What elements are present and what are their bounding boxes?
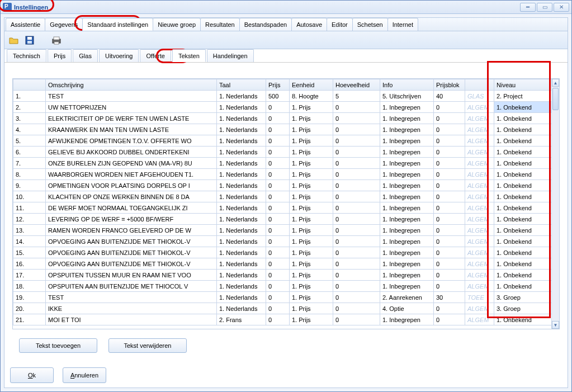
cell[interactable]: 19. [13,292,46,303]
cell[interactable]: 1. Nederlands [217,91,266,102]
sub-tab-handelingen[interactable]: Handelingen [207,49,254,62]
cell[interactable]: 0 [434,314,465,325]
cell[interactable]: IKKE [46,303,217,314]
cell[interactable]: 0 [266,180,290,191]
cell[interactable]: 1. Inbegrepen [380,214,434,225]
cell[interactable]: 1. Inbegrepen [380,314,434,325]
data-grid[interactable]: OmschrijvingTaalPrijsEenheidHoeveelheidI… [12,78,560,329]
cell[interactable]: ALGEM [465,214,494,225]
cell[interactable]: ALGEM [465,102,494,113]
main-tab-gegevens[interactable]: Gegevens [45,18,83,31]
cell[interactable]: 0 [266,225,290,236]
cell[interactable]: ALGEM [465,258,494,270]
cell[interactable]: 1. Onbekend [494,202,552,214]
cell[interactable]: 0 [266,303,290,314]
cell[interactable]: OPMETINGEN VOOR PLAATSING DORPELS OP I [46,180,217,191]
cell[interactable]: ALGEM [465,191,494,202]
main-tab-standaard-instellingen[interactable]: Standaard instellingen [82,18,153,31]
cell[interactable]: 1. Prijs [290,236,333,247]
column-header-prijsblok[interactable]: Prijsblok [434,79,465,91]
cell[interactable]: 1. Inbegrepen [380,102,434,113]
cell[interactable]: 1. Onbekend [494,124,552,135]
table-row[interactable]: 21.MOI ET TOI2. Frans01. Prijs01. Inbegr… [13,314,559,325]
cell[interactable]: 0 [333,258,380,270]
cell[interactable]: TEST [46,91,217,102]
column-header-info[interactable]: Info [380,79,434,91]
cell[interactable]: 0 [266,281,290,292]
cell[interactable]: 1. Onbekend [494,113,552,124]
cell[interactable]: 0 [434,214,465,225]
cell[interactable]: 5. Uitschrijven [380,91,434,102]
table-row[interactable]: 15.OPVOEGING AAN BUITENZIJDE MET THIOKOL… [13,247,559,258]
cell[interactable]: 1. Prijs [290,135,333,147]
cell[interactable]: 1. Inbegrepen [380,270,434,281]
cell[interactable]: 1. Onbekend [494,314,552,325]
table-row[interactable]: 20.IKKE1. Nederlands01. Prijs04. Optie0A… [13,303,559,314]
print-button[interactable] [50,34,63,46]
cell[interactable]: 1. Nederlands [217,292,266,303]
cell[interactable]: 1. Prijs [290,292,333,303]
cell[interactable]: 1. Prijs [290,180,333,191]
cell[interactable]: 1. Nederlands [217,169,266,180]
cell[interactable]: 11. [13,202,46,214]
cell[interactable]: 0 [434,247,465,258]
cell[interactable]: 14. [13,236,46,247]
cell[interactable]: 0 [266,169,290,180]
cell[interactable]: 3. [13,113,46,124]
cell[interactable]: 1. Prijs [290,102,333,113]
cell[interactable]: 0 [333,169,380,180]
column-header-hoeveelheid[interactable]: Hoeveelheid [333,79,380,91]
cell[interactable]: 1. Onbekend [494,135,552,147]
cell[interactable]: 0 [266,113,290,124]
cell[interactable]: 1. Prijs [290,214,333,225]
sub-tab-technisch[interactable]: Technisch [7,49,46,62]
cell[interactable]: 1. Prijs [290,113,333,124]
cell[interactable]: ALGEM [465,281,494,292]
cell[interactable]: 1. Onbekend [494,169,552,180]
cell[interactable]: 0 [333,247,380,258]
cell[interactable]: 0 [333,281,380,292]
cell[interactable]: 0 [266,258,290,270]
cell[interactable]: 1. Inbegrepen [380,258,434,270]
cell[interactable]: OPSPUITEN AAN BUITENZIJDE MET THIOCOL V [46,281,217,292]
cell[interactable]: 0 [266,191,290,202]
cell[interactable]: 0 [333,214,380,225]
cell[interactable]: 1. Inbegrepen [380,281,434,292]
cell[interactable]: 1. Inbegrepen [380,124,434,135]
cell[interactable]: 0 [266,247,290,258]
cell[interactable]: 1. Onbekend [494,270,552,281]
cell[interactable]: 6. [13,147,46,158]
cell[interactable]: ELEKTRICITEIT OP DE WERF TEN UWEN LASTE [46,113,217,124]
cell[interactable]: 21. [13,314,46,325]
cell[interactable]: 1. Onbekend [494,191,552,202]
table-row[interactable]: 13.RAMEN WORDEN FRANCO GELEVERD OP DE W1… [13,225,559,236]
table-row[interactable]: 8.WAARBORGEN WORDEN NIET AFGEHOUDEN T1.1… [13,169,559,180]
table-row[interactable]: 16.OPVOEGING AAN BUITENZIJDE MET THIOKOL… [13,258,559,270]
cell[interactable]: 5 [333,91,380,102]
cell[interactable]: 1. Prijs [290,147,333,158]
cell[interactable]: ALGEM [465,314,494,325]
cell[interactable]: WAARBORGEN WORDEN NIET AFGEHOUDEN T1. [46,169,217,180]
main-tab-resultaten[interactable]: Resultaten [200,18,240,31]
cell[interactable]: 0 [434,281,465,292]
cell[interactable]: 1. Onbekend [494,147,552,158]
cell[interactable]: 0 [333,292,380,303]
table-row[interactable]: 11.DE WERF MOET NORMAAL TOEGANGKELIJK ZI… [13,202,559,214]
cell[interactable]: 0 [333,270,380,281]
cell[interactable]: 2. Aanrekenen [380,292,434,303]
cell[interactable]: 0 [266,214,290,225]
cell[interactable]: 0 [434,303,465,314]
cell[interactable]: 0 [266,314,290,325]
cell[interactable]: 1. Prijs [290,202,333,214]
scroll-thumb[interactable] [552,88,559,110]
cell[interactable]: ONZE BURELEN ZIJN GEOPEND VAN (MA-VR) 8U [46,158,217,169]
save-button[interactable] [23,34,36,46]
ok-button[interactable]: Ok [10,367,54,383]
maximize-button[interactable]: ▭ [537,3,552,12]
cell[interactable]: 9. [13,180,46,191]
cell[interactable]: ALGEM [465,225,494,236]
cell[interactable]: 1. Onbekend [494,158,552,169]
cell[interactable]: 500 [266,91,290,102]
cell[interactable]: 1. [13,91,46,102]
table-row[interactable]: 12.LEVERING OP DE WERF = +5000 BF/WERF1.… [13,214,559,225]
